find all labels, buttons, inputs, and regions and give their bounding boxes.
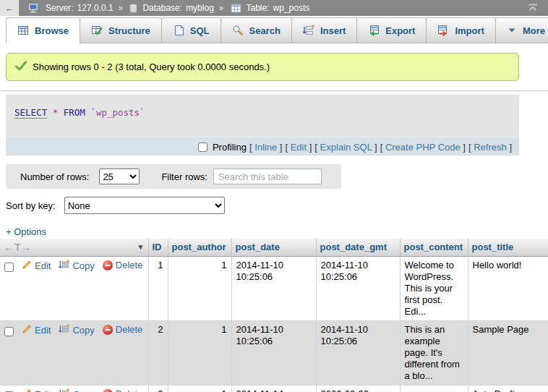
edit-row-button[interactable]: Edit [21,388,51,392]
tab-search[interactable]: Search [221,17,292,43]
column-header-id[interactable]: ID [153,242,162,252]
delete-row-button[interactable]: Delete [103,260,143,271]
cell-post-author: 1 [168,256,231,320]
copy-icon [59,388,69,392]
tab-more[interactable]: More [495,17,548,43]
server-link[interactable]: 127.0.0.1 [77,3,114,13]
tab-insert[interactable]: Insert [291,17,357,43]
edit-row-button[interactable]: Edit [21,260,51,273]
column-header-post-date-gmt[interactable]: post_date_gmt [320,242,387,252]
bracket: [ [468,142,471,153]
tab-label: Search [249,25,281,36]
bracket: [ [380,142,383,153]
tab-export[interactable]: Export [356,17,427,43]
chevron-down-icon [507,25,517,35]
cell-post-date-gmt: 2014-11-10 10:25:06 [316,320,400,385]
column-header-post-content[interactable]: post_content [404,242,463,252]
refresh-link[interactable]: Refresh [474,142,507,153]
column-header-post-author[interactable]: post_author [172,242,226,252]
header-dropdown-icon[interactable]: ▼ [137,243,145,251]
cell-post-date: 2014-11-10 10:25:06 [231,256,316,320]
delete-row-button[interactable]: Delete [103,324,143,336]
browse-icon [17,25,29,36]
edit-query-link[interactable]: Edit [291,142,307,153]
filter-rows-input[interactable] [213,169,322,184]
export-icon [368,25,380,36]
tab-bar: Browse Structure SQL Search Insert Expor… [0,16,548,43]
cell-post-date-gmt: 2014-11-10 10:25:06 [316,256,400,320]
tab-label: Structure [108,25,150,36]
row-select-checkbox[interactable] [4,263,14,272]
sql-keyword-from: FROM [64,107,85,118]
column-header-post-title[interactable]: post_title [472,242,514,252]
cell-post-author: 1 [168,320,231,385]
tab-label: More [523,25,545,36]
back-arrow-button[interactable]: ← [0,0,20,16]
sql-table-ref: `wp_posts` [90,107,145,118]
section-divider [0,90,548,91]
sql-query-text: SELECT * FROM `wp_posts` [6,95,519,138]
success-notice: Showing rows 0 - 2 (3 total, Query took … [6,53,519,81]
edit-row-button[interactable]: Edit [21,324,51,338]
structure-icon [91,25,103,36]
copy-row-button[interactable]: Copy [59,324,94,338]
check-icon [15,61,27,73]
query-options-bar: Profiling [ Inline ] [ Edit ] [ Explain … [6,138,519,155]
explain-sql-link[interactable]: Explain SQL [320,142,372,153]
cell-post-author: 1 [168,385,231,392]
pencil-icon [21,388,32,392]
num-rows-select[interactable]: 25 [99,169,140,184]
tab-label: Import [455,25,484,36]
row-select-checkbox[interactable] [4,327,14,336]
filter-rows-label: Filter rows: [161,171,207,182]
cell-post-date: 2014-11-10 10:25:06 [231,320,316,385]
copy-row-button[interactable]: Copy [59,388,94,392]
collapse-top-icon[interactable] [528,4,538,14]
cell-post-date: 2014-11-14 06:33:38 [231,385,316,392]
profiling-checkbox[interactable] [198,142,207,152]
tab-browse[interactable]: Browse [6,17,80,43]
back-arrow-icon: ← [5,3,14,14]
table-row: EditCopyDelete 3 1 2014-11-14 06:33:38 0… [0,385,548,392]
phpmyadmin-window: ← Server: 127.0.0.1 » Database: myblog »… [0,0,548,392]
bracket: [ [285,142,288,153]
pencil-icon [21,324,32,338]
tab-structure[interactable]: Structure [80,17,162,43]
table-link[interactable]: wp_posts [273,3,310,13]
bracket: ] [280,142,283,153]
server-label: Server: [46,3,74,13]
insert-icon [303,25,314,36]
sort-row: Sort by key: None [6,196,548,215]
cell-id: 2 [148,320,168,385]
tab-import[interactable]: Import [426,17,495,43]
notice-message: Showing rows 0 - 2 (3 total, Query took … [33,61,270,72]
bracket: ] [463,142,466,153]
delete-icon [103,325,113,335]
bracket: ] [374,142,377,153]
create-php-code-link[interactable]: Create PHP Code [385,142,461,153]
sort-by-key-select[interactable]: None [64,197,225,214]
row-direction-toggle[interactable]: ←T→ [4,242,33,253]
sort-by-key-label: Sort by key: [6,200,56,211]
pencil-icon [21,260,32,273]
tab-sql[interactable]: SQL [161,17,221,43]
breadcrumb-separator: » [219,3,224,13]
sql-icon [173,25,184,36]
database-label: Database: [142,3,182,13]
options-toggle-link[interactable]: + Options [6,226,46,237]
copy-row-button[interactable]: Copy [59,260,94,273]
cell-post-title: Auto Draft [468,385,548,392]
tab-label: Export [385,25,415,36]
import-icon [437,25,449,36]
sql-keyword-select: SELECT [14,107,47,119]
search-icon [232,25,244,36]
database-link[interactable]: myblog [186,3,214,13]
column-header-post-date[interactable]: post_date [236,242,280,252]
cell-post-date-gmt: 0000-00-00 00:00:00 [316,385,400,392]
breadcrumb: Server: 127.0.0.1 » Database: myblog » T… [20,3,309,13]
num-rows-label: Number of rows: [20,171,89,182]
copy-icon [59,324,69,338]
inline-link[interactable]: Inline [254,142,277,153]
breadcrumb-separator: » [119,3,124,13]
delete-row-button[interactable]: Delete [103,388,143,392]
